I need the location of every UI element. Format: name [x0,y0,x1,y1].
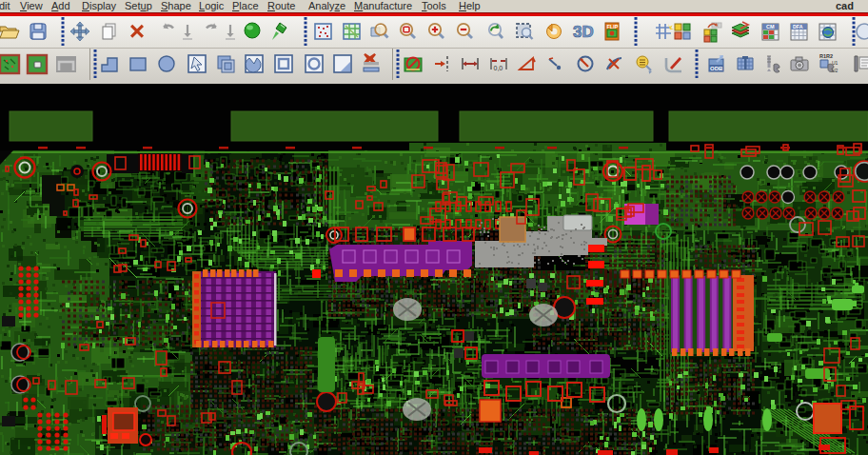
svg-text:0,0: 0,0 [494,65,503,71]
svg-text:U2: U2 [832,68,838,73]
svg-text:DFA: DFA [793,24,803,30]
svg-text:U1: U1 [832,60,838,66]
svg-text:ODB: ODB [710,66,723,71]
svg-text:R1R2: R1R2 [819,53,833,59]
svg-text:FLIP: FLIP [607,24,619,30]
svg-text:CM: CM [766,24,775,30]
svg-text:3D: 3D [573,23,594,41]
